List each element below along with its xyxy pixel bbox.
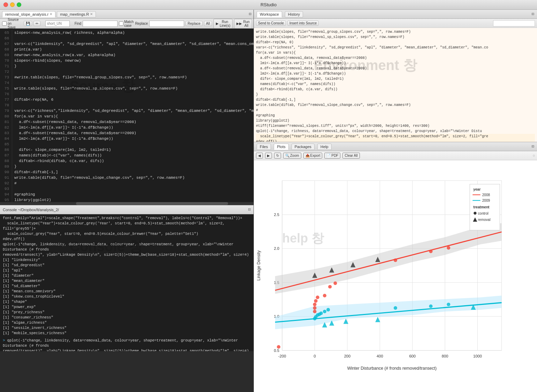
svg-point-75 [474, 212, 476, 215]
minimize-button[interactable] [10, 2, 15, 7]
plot-area: -200 0 200 400 600 800 1000 0.5 1.0 1.5 … [254, 160, 537, 392]
svg-text:Winter Disturbance (# fronds r: Winter Disturbance (# fronds removed/tra… [347, 366, 437, 371]
env-history-line[interactable]: } [256, 92, 535, 97]
line-content: #write.table(slopes, file="removal_group… [14, 75, 187, 80]
replace-input[interactable] [149, 21, 184, 27]
env-history-line[interactable]: library(ggplot2) [256, 118, 535, 123]
files-maximize[interactable]: ⊡ [532, 144, 534, 149]
maximize-button[interactable] [17, 2, 21, 7]
source-h-scrollbar[interactable] [0, 202, 254, 205]
close-button[interactable] [3, 2, 8, 7]
svg-point-60 [394, 306, 397, 310]
source-code-area[interactable]: 65slopes<-new_analysis_row( richness, al… [0, 29, 254, 202]
export-button[interactable]: 📤 Export [303, 153, 323, 159]
env-history-line[interactable]: #tiff(filename="removal_slopes.tiff", un… [256, 123, 535, 129]
env-history-line[interactable]: vars<-c("richness", "linkdensity", "sd_d… [256, 45, 535, 50]
env-history-line[interactable]: difs<- slope_compare(lm1, lm2, tailed=1) [256, 76, 535, 82]
env-history-line[interactable]: qplot(-1*change, richness, data=removal_… [256, 129, 535, 134]
code-line: 66 [0, 36, 254, 41]
plot-forward-button[interactable]: ▶ [265, 153, 272, 159]
code-line: 69newrow<-new_analysis_row(a.var, alpha=… [0, 52, 254, 58]
env-history-line[interactable]: diftab<-diftab[-1,] [256, 97, 535, 102]
line-number: 83 [0, 130, 12, 136]
env-history-line[interactable]: #graphing [256, 113, 535, 118]
send-to-console-button[interactable]: Send to Console [256, 21, 286, 26]
clear-all-button[interactable]: Clear All [342, 153, 360, 159]
source-tab-1[interactable]: removal_slope_analysis.r ✕ [2, 11, 55, 17]
files-tab-plots[interactable]: Plots [274, 144, 288, 150]
env-history-line[interactable]: a.df<-subset(removal_data, removal_data$… [256, 66, 535, 71]
line-number: 69 [0, 52, 12, 58]
run-all-button[interactable]: ▶▶Run All [234, 19, 252, 29]
line-number: 67 [0, 41, 12, 47]
source-on-save-checkbox[interactable] [2, 21, 7, 26]
app-title: RStudio [260, 2, 277, 7]
code-line: 93 [0, 186, 254, 192]
find-input[interactable] [83, 21, 118, 27]
env-history-line[interactable]: a.df<-subset(removal_data, removal_data$… [256, 55, 535, 61]
source-tab-2-close[interactable]: ✕ [90, 12, 93, 16]
svg-point-37 [314, 299, 318, 302]
insert-into-source-button[interactable]: Insert into Source [287, 21, 319, 26]
source-maximize[interactable]: ⊡ [249, 11, 251, 17]
env-history-line[interactable]: #dev.off() [256, 139, 535, 142]
console-line: [1] "power_exp" [3, 305, 251, 310]
plot-back-button[interactable]: ◀ [256, 153, 263, 159]
replace-all-button[interactable]: All [204, 21, 212, 26]
line-content: } [14, 164, 17, 169]
files-tab-help[interactable]: Help [317, 144, 332, 150]
env-toolbar: Send to Console Insert into Source [254, 19, 537, 28]
env-maximize[interactable]: ⊡ [532, 11, 534, 17]
svg-point-39 [323, 294, 326, 297]
env-history-line[interactable]: diftab<-rbind(diftab, c(a.var, difs)) [256, 87, 535, 92]
env-search-input[interactable] [493, 20, 535, 26]
console-line: [1] "linkdensity" [3, 258, 251, 263]
env-content[interactable]: write.table(slopes, file="removal_group_… [254, 28, 537, 142]
env-history-line[interactable]: lm2<-lm(a.df[[a.var]]~ I(-1*a.df$change)… [256, 71, 535, 76]
save-button[interactable]: 💾 [24, 21, 32, 26]
env-history-line[interactable]: write.table(slopes, file="removal_group_… [256, 29, 535, 34]
files-tab-packages[interactable]: Packages [292, 144, 315, 150]
env-history-line[interactable]: scale_linetype("Year")+scale_colour_grey… [256, 134, 535, 139]
console-line: #dev.off() [3, 237, 251, 242]
env-tab-history[interactable]: History [285, 11, 303, 17]
edit-button[interactable]: ✏ [33, 21, 40, 26]
code-line: 88 diftab<-rbind(diftab, c(a.var, difs)) [0, 158, 254, 164]
env-history-line[interactable]: diftab<-rep(NA, 0) [256, 40, 535, 45]
svg-text:2.5: 2.5 [274, 213, 280, 217]
source-tab-2-label: map_meetings.R [60, 12, 89, 16]
match-case-checkbox[interactable] [119, 21, 123, 26]
plot-settings[interactable]: ⚙ [532, 153, 535, 158]
env-history-line[interactable]: lm1<-lm(a.df[[a.var]]~ I(-1*a.df$change)… [256, 61, 535, 66]
console-content[interactable]: font_family="Arial")+scale_shape("Treatm… [0, 214, 254, 351]
env-tab-workspace[interactable]: Workspace [257, 11, 282, 17]
window-controls[interactable] [3, 2, 21, 7]
line-number: 75 [0, 86, 12, 91]
run-lines-button[interactable]: ▶Run Line(s) [213, 19, 233, 29]
replace-label: Replace [135, 22, 148, 25]
plot-refresh-button[interactable]: ↻ [274, 153, 281, 159]
source-on-save-label[interactable]: Source on Save [2, 18, 19, 29]
files-tab-files[interactable]: Files [257, 144, 271, 150]
editor-toolbar: Source on Save 💾 ✏ Find Match case Repla… [0, 19, 254, 29]
console-line: [1] "apl" [3, 268, 251, 273]
env-history-line[interactable]: # [256, 108, 535, 113]
env-history-line[interactable]: names(diftab)<-c("var", names(difs)) [256, 82, 535, 87]
line-content: print(a.var) [14, 47, 42, 52]
match-case-label[interactable]: Match case [119, 20, 134, 28]
line-number: 74 [0, 80, 12, 86]
line-content: lm2<-lm(a.df[[a.var]]~ I(-1*a.df$change)… [14, 136, 113, 141]
env-history-line[interactable]: write.table(slopes, file="removal_sp_slo… [256, 34, 535, 40]
pdf-button[interactable]: 📄 PDF [324, 153, 340, 159]
env-history-line[interactable]: write.table(diftab, file="removal_slope_… [256, 102, 535, 108]
code-line: 68print(a.var) [0, 47, 254, 52]
env-history-line[interactable]: for(a.var in vars){ [256, 50, 535, 55]
zoom-button[interactable]: 🔍 Zoom [283, 153, 301, 159]
source-tab-2[interactable]: map_meetings.R ✕ [57, 11, 96, 17]
source-tab-1-close[interactable]: ✕ [50, 12, 52, 16]
console-command-cont: removed/transect)", ylab="Linkage Densit… [3, 348, 251, 351]
short-un-input[interactable] [45, 21, 70, 27]
console-maximize[interactable]: ⊡ [248, 207, 251, 212]
replace-button[interactable]: Replace [186, 21, 203, 26]
line-content: for(a.var in vars){ [14, 114, 58, 119]
